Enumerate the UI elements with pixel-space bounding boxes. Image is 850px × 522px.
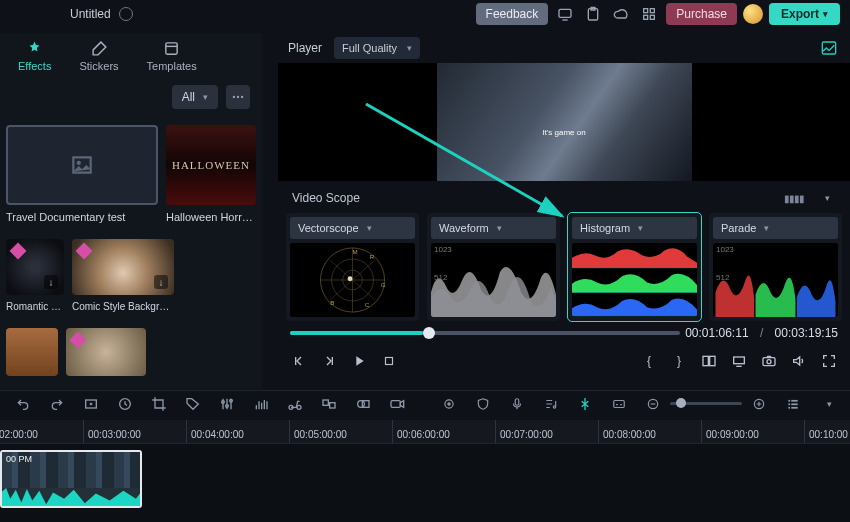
svg-text:B: B [330, 299, 334, 306]
bracket-out-icon[interactable]: } [670, 352, 688, 370]
thumb-halloween: HALLOWEEN [166, 125, 256, 205]
group-icon[interactable] [320, 395, 338, 413]
svg-rect-49 [515, 398, 519, 404]
scope-mode-dropdown[interactable]: Histogram [572, 217, 697, 239]
tab-stickers[interactable]: Stickers [79, 40, 118, 72]
thumb-comic: ↓ [72, 239, 174, 295]
svg-rect-42 [323, 400, 328, 405]
svg-rect-54 [788, 399, 790, 401]
next-frame-icon[interactable] [320, 352, 338, 370]
play-icon[interactable] [350, 352, 368, 370]
record-icon[interactable] [440, 395, 458, 413]
svg-rect-28 [386, 358, 393, 365]
bracket-in-icon[interactable]: { [640, 352, 658, 370]
card-extra-2[interactable] [66, 328, 146, 376]
crop-icon[interactable] [150, 395, 168, 413]
player-label: Player [288, 41, 322, 55]
svg-text:M: M [353, 248, 358, 255]
scope-mode-dropdown[interactable]: Parade [713, 217, 838, 239]
detach-icon[interactable] [730, 352, 748, 370]
clip-label: 00 PM [6, 454, 32, 464]
tab-effects-label: Effects [18, 60, 51, 72]
thumb-romantic: ↓ [6, 239, 64, 295]
card-comic-style[interactable]: ↓ Comic Style Backgro… [72, 239, 174, 312]
list-view-icon[interactable] [784, 395, 802, 413]
prev-frame-icon[interactable] [290, 352, 308, 370]
stats-icon[interactable] [818, 37, 840, 59]
tab-effects[interactable]: Effects [18, 40, 51, 72]
scope-mode-dropdown[interactable]: Vectorscope [290, 217, 415, 239]
card-extra-1[interactable] [6, 328, 58, 376]
library-more-icon[interactable] [226, 85, 250, 109]
redo-icon[interactable] [48, 395, 66, 413]
svg-rect-58 [791, 403, 797, 405]
axis-mid: 512 [716, 273, 729, 282]
premium-icon [76, 243, 93, 260]
download-icon[interactable]: ↓ [44, 275, 58, 289]
screenshot-tool-icon[interactable] [82, 395, 100, 413]
feedback-button[interactable]: Feedback [476, 3, 549, 25]
volume-icon[interactable] [790, 352, 808, 370]
clipboard-icon[interactable] [582, 3, 604, 25]
svg-rect-4 [644, 15, 648, 19]
camera-tool-icon[interactable] [388, 395, 406, 413]
equalizer-icon[interactable] [252, 395, 270, 413]
display-icon[interactable] [554, 3, 576, 25]
mic-icon[interactable] [508, 395, 526, 413]
scope-waveform: Waveform 1023 512 [427, 213, 560, 321]
scope-panel-title: Video Scope [292, 191, 360, 205]
caption-icon[interactable] [610, 395, 628, 413]
fullscreen-icon[interactable] [820, 352, 838, 370]
svg-rect-5 [651, 15, 655, 19]
video-clip[interactable]: 00 PM [0, 450, 142, 508]
razor-icon[interactable] [576, 395, 594, 413]
card-halloween-horrors[interactable]: HALLOWEEN Halloween Horrors [166, 125, 256, 223]
zoom-slider[interactable] [670, 402, 742, 405]
thumb-extra [6, 328, 58, 376]
scope-menu-icon[interactable] [814, 187, 836, 209]
purchase-button[interactable]: Purchase [666, 3, 737, 25]
thumb-placeholder [6, 125, 158, 205]
undo-icon[interactable] [14, 395, 32, 413]
export-button[interactable]: Export▾ [769, 3, 840, 25]
sliders-icon[interactable] [218, 395, 236, 413]
tag-icon[interactable] [184, 395, 202, 413]
svg-rect-30 [710, 356, 715, 365]
scope-mode-dropdown[interactable]: Waveform [431, 217, 556, 239]
compare-icon[interactable] [700, 352, 718, 370]
svg-rect-0 [559, 9, 571, 17]
download-icon[interactable]: ↓ [154, 275, 168, 289]
shield-icon[interactable] [474, 395, 492, 413]
scooter-icon[interactable] [286, 395, 304, 413]
scope-bars-icon[interactable]: ▮▮▮▮ [784, 187, 804, 209]
zoom-out-icon[interactable] [644, 395, 662, 413]
clock-icon[interactable] [116, 395, 134, 413]
card-label: Comic Style Backgro… [72, 301, 174, 312]
svg-point-48 [448, 402, 450, 404]
svg-point-44 [358, 400, 365, 407]
snapshot-icon[interactable] [760, 352, 778, 370]
stop-icon[interactable] [380, 352, 398, 370]
card-travel-documentary[interactable]: Travel Documentary test [6, 125, 158, 223]
video-preview[interactable]: It's game on [278, 63, 850, 181]
card-romantic[interactable]: ↓ Romantic We… [6, 239, 64, 312]
cloud-icon[interactable] [610, 3, 632, 25]
titlebar: Untitled Feedback Purchase Export▾ [0, 0, 850, 28]
timeline-toolbar [0, 390, 850, 416]
svg-rect-43 [330, 402, 335, 407]
quality-dropdown[interactable]: Full Quality [334, 37, 420, 59]
filter-all-dropdown[interactable]: All [172, 85, 218, 109]
timeline-tracks[interactable]: 00 PM [0, 444, 850, 522]
svg-point-24 [348, 276, 353, 281]
premium-icon [70, 332, 87, 349]
user-avatar[interactable] [743, 4, 763, 24]
tab-templates[interactable]: Templates [147, 40, 197, 72]
grid-icon[interactable] [638, 3, 660, 25]
timeline-ruler[interactable]: 00:02:00:00 00:03:00:00 00:04:00:00 00:0… [0, 420, 850, 444]
music-list-icon[interactable] [542, 395, 560, 413]
track-options-icon[interactable] [818, 395, 836, 413]
zoom-in-icon[interactable] [750, 395, 768, 413]
svg-text:C: C [365, 301, 370, 308]
scrub-slider[interactable] [290, 331, 680, 335]
mask-icon[interactable] [354, 395, 372, 413]
